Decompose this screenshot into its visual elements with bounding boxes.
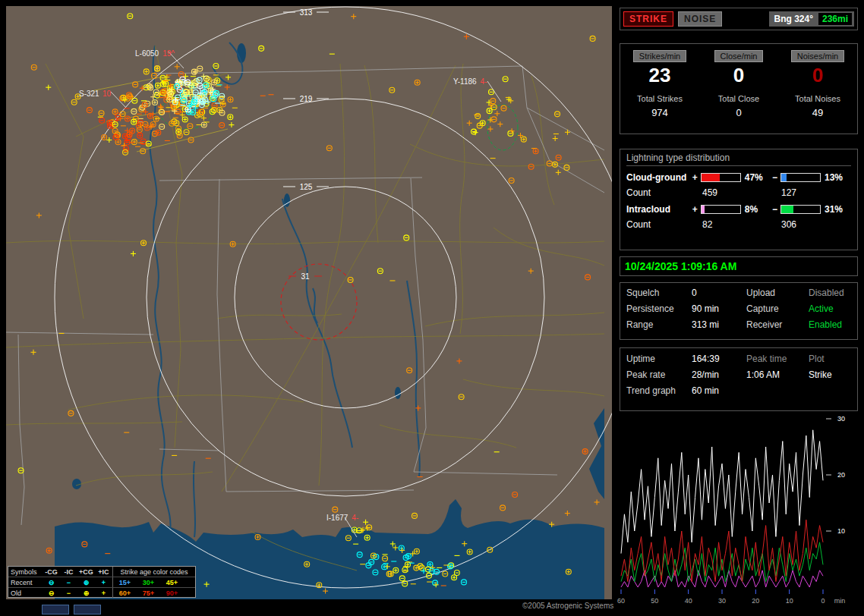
age-code-45: 45+ (160, 579, 184, 586)
copyright-text: ©2005 Astrogenic Systems (522, 602, 613, 610)
minus-sign: − (771, 204, 779, 215)
plus-icon: + (95, 579, 112, 586)
svg-text:20: 20 (837, 471, 845, 479)
current-datetime: 10/24/2025 1:09:16 AM (625, 260, 736, 272)
lightning-distribution-panel: Lightning type distribution Cloud-ground… (620, 149, 858, 250)
trend-graph: 1020306050403020100min (616, 414, 861, 613)
ic-plus-bar (701, 205, 741, 214)
legend-symbols-label: Symbols (8, 568, 43, 576)
svg-text:219: 219 (300, 95, 313, 103)
noises-per-min-value: 0 (812, 65, 823, 85)
legend-age-title: Strike age color codes (113, 568, 195, 576)
svg-text:30: 30 (718, 597, 726, 605)
circle-minus-icon: ⊖ (43, 579, 60, 586)
noise-mode-button[interactable]: NOISE (678, 11, 722, 27)
strikes-per-min-chip[interactable]: Strikes/min (633, 50, 686, 62)
session-stats-panel: Uptime 164:39 Peak time Plot Peak rate 2… (620, 347, 858, 411)
plus-sign: + (692, 204, 699, 215)
bearing-readout: Bng 324° 236mi (769, 11, 854, 27)
close-stat-column: Close/min 0 Total Close 0 (699, 44, 778, 134)
age-code-75: 75+ (137, 589, 160, 597)
cg-plus-bar (701, 173, 741, 182)
close-per-min-value: 0 (733, 65, 744, 85)
legend-col-pos-cg: +CG (77, 568, 95, 576)
total-noises-label: Total Noises (795, 94, 840, 103)
peak-rate-label: Peak rate (626, 369, 692, 380)
svg-text:10: 10 (786, 597, 793, 605)
ic-plus-bar-fill (702, 206, 705, 213)
noises-per-min-chip[interactable]: Noises/min (791, 50, 844, 62)
map-canvas[interactable]: 31321912531L-605019^S-32110Y-11864-I-167… (6, 6, 612, 599)
strike-mode-button[interactable]: STRIKE (623, 11, 673, 27)
cloud-ground-count-row: Count 459 127 (626, 187, 851, 198)
age-code-60: 60+ (113, 589, 137, 597)
lightning-map[interactable]: 31321912531L-605019^S-32110Y-11864-I-167… (6, 6, 612, 599)
ic-plus-count: 82 (702, 219, 781, 230)
minimized-panel-button-1[interactable] (42, 605, 69, 614)
plus-icon: + (95, 589, 112, 597)
squelch-label: Squelch (626, 288, 692, 298)
minus-icon: − (60, 589, 77, 597)
upload-value: Disabled (809, 288, 851, 298)
svg-text:I-16774-: I-16774- (326, 514, 358, 522)
svg-text:125: 125 (300, 183, 313, 191)
plot-label: Plot (809, 354, 851, 364)
svg-text:10: 10 (837, 527, 845, 535)
trend-graph-value: 60 min (692, 385, 746, 396)
intracloud-label: Intracloud (626, 204, 692, 215)
svg-text:L-605019^: L-605019^ (135, 49, 175, 58)
cg-minus-pct: 13% (823, 172, 851, 183)
ic-minus-count: 306 (781, 219, 796, 230)
svg-text:0: 0 (821, 597, 825, 605)
cg-minus-count: 127 (781, 187, 796, 198)
intracloud-count-row: Count 82 306 (626, 219, 851, 230)
noises-stat-column: Noises/min 0 Total Noises 49 (778, 44, 857, 134)
cloud-ground-label: Cloud-ground (626, 172, 692, 183)
datetime-panel: 10/24/2025 1:09:16 AM (620, 256, 858, 276)
cg-minus-bar-fill (781, 174, 787, 181)
svg-text:40: 40 (685, 597, 692, 605)
svg-text:30: 30 (837, 415, 845, 423)
svg-text:Y-11864-: Y-11864- (453, 77, 487, 86)
ic-minus-pct: 31% (823, 204, 851, 215)
svg-text:50: 50 (651, 597, 658, 605)
capture-value: Active (809, 303, 851, 314)
strikes-stat-column: Strikes/min 23 Total Strikes 974 (620, 44, 699, 134)
total-close-label: Total Close (718, 94, 759, 103)
lightning-tracker-app: 31321912531L-605019^S-32110Y-11864-I-167… (0, 0, 864, 616)
legend-col-neg-cg: -CG (43, 568, 60, 576)
legend-recent-row: Recent ⊖ − ⊕ + 15+ 30+ 45+ (8, 577, 195, 588)
legend-header-row: Symbols -CG -IC +CG +IC Strike age color… (8, 567, 195, 577)
count-label: Count (626, 219, 702, 230)
circle-minus-icon: ⊖ (43, 589, 60, 597)
mode-toolbar: STRIKE NOISE Bng 324° 236mi (620, 8, 858, 30)
svg-text:S-32110: S-32110 (79, 90, 112, 98)
trend-graph-label: Trend graph (626, 385, 692, 396)
plus-sign: + (692, 172, 699, 183)
close-per-min-chip[interactable]: Close/min (714, 50, 764, 62)
receiver-label: Receiver (746, 319, 809, 330)
plot-value: Strike (809, 369, 851, 380)
svg-text:313: 313 (300, 8, 313, 17)
bearing-value: Bng 324° (771, 14, 815, 24)
uptime-value: 164:39 (692, 354, 746, 364)
cg-plus-pct: 47% (743, 172, 771, 183)
total-strikes-label: Total Strikes (637, 94, 683, 103)
distribution-title: Lightning type distribution (626, 152, 851, 166)
legend-old-row: Old ⊖ − ⊕ + 60+ 75+ 90+ (8, 588, 195, 598)
cloud-ground-row: Cloud-ground + 47% − 13% (626, 171, 851, 184)
rate-stats-panel: Strikes/min 23 Total Strikes 974 Close/m… (620, 43, 858, 134)
peak-time-label: Peak time (746, 354, 809, 364)
upload-label: Upload (746, 288, 809, 298)
receiver-value: Enabled (809, 319, 851, 330)
svg-text:20: 20 (752, 597, 759, 605)
squelch-value: 0 (692, 288, 746, 298)
legend-col-pos-ic: +IC (95, 568, 112, 576)
cg-plus-bar-fill (702, 174, 720, 181)
minus-icon: − (60, 579, 77, 586)
intracloud-row: Intracloud + 8% − 31% (626, 203, 851, 215)
total-close-value: 0 (736, 107, 741, 118)
cg-plus-count: 459 (702, 187, 781, 198)
minimized-panel-button-2[interactable] (74, 605, 101, 614)
circle-plus-icon: ⊕ (77, 589, 95, 597)
